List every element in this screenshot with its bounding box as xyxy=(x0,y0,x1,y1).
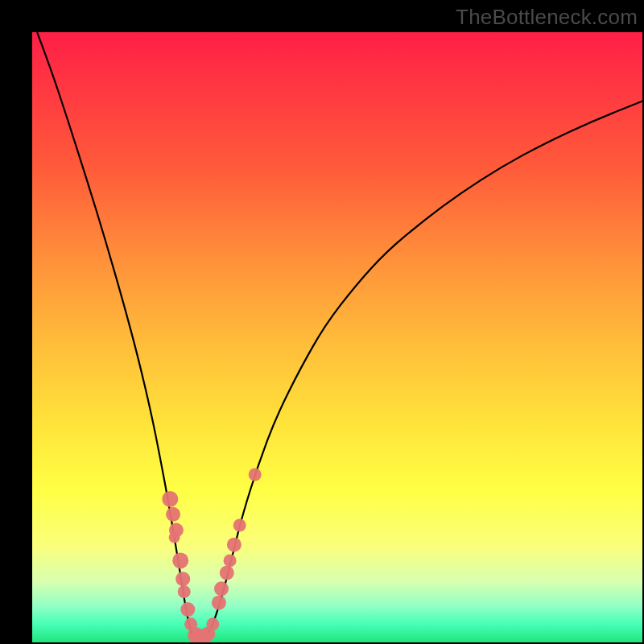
data-marker xyxy=(175,572,190,586)
data-marker xyxy=(166,507,180,522)
data-marker xyxy=(180,602,195,617)
data-marker xyxy=(172,552,188,568)
bottleneck-curve xyxy=(32,32,642,642)
data-marker xyxy=(162,491,178,507)
data-marker xyxy=(178,585,191,598)
data-marker xyxy=(206,617,219,630)
data-marker xyxy=(233,519,246,532)
plot-frame xyxy=(32,32,642,642)
data-marker xyxy=(249,469,262,481)
data-markers xyxy=(162,469,261,643)
data-marker xyxy=(169,532,180,543)
watermark-text: TheBottleneck.com xyxy=(456,5,638,30)
data-marker xyxy=(214,581,229,596)
data-marker xyxy=(212,596,226,610)
data-marker xyxy=(227,538,242,552)
data-marker xyxy=(220,566,234,580)
curve-path xyxy=(37,32,642,639)
data-marker xyxy=(224,554,237,567)
